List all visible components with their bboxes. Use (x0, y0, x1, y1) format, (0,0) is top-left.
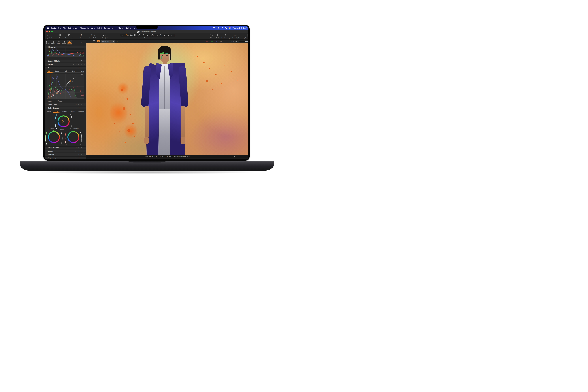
sidebar-scrollbar[interactable] (86, 60, 86, 146)
menu-window[interactable]: Window (118, 27, 124, 29)
single-view-icon[interactable] (93, 40, 95, 42)
shadow-selector[interactable] (53, 134, 55, 136)
loupe-tool[interactable]: ∨ (130, 34, 133, 36)
layer-selector[interactable]: Image Layer (101, 40, 115, 42)
panel-black-white[interactable]: › Black & White ↗ ↺ ≡ ⋯ (45, 146, 86, 149)
page-dot[interactable] (245, 156, 245, 157)
cb-tab-midtone[interactable]: Midtone (70, 110, 75, 112)
curve-graph[interactable] (47, 74, 84, 99)
panel-menu-icon[interactable]: ≡ (81, 104, 82, 105)
import-button[interactable]: Import (46, 34, 50, 38)
panel-menu-icon[interactable]: ≡ (81, 147, 82, 148)
page-dot[interactable] (243, 156, 243, 157)
expand-tabs-icon[interactable]: » (81, 42, 82, 44)
tab-library[interactable]: LIBRARY (45, 40, 50, 46)
page-dot[interactable] (237, 156, 237, 157)
radial-mask-tool[interactable]: ∨ (171, 34, 174, 36)
menu-layer[interactable]: Layer (91, 27, 95, 29)
menu-view[interactable]: View (112, 27, 116, 29)
midtone-wheel[interactable] (58, 116, 70, 128)
pan-tool[interactable]: ∨ (126, 34, 129, 36)
panel-expand-icon[interactable]: ↗ (78, 60, 79, 62)
tab-tether[interactable]: TETHER (50, 40, 56, 46)
tab-adjust[interactable]: ADJUST (67, 40, 72, 46)
panel-more-icon[interactable]: ⋯ (84, 67, 85, 68)
panel-more-icon[interactable]: ⋯ (84, 107, 85, 109)
curve-tab-rgb[interactable]: RGB (47, 70, 50, 72)
highlight-selector[interactable] (75, 136, 77, 138)
panel-reset-icon[interactable]: ↺ (78, 107, 80, 109)
auto-adjust-button[interactable]: Auto Adjust (100, 34, 108, 38)
panel-menu-icon[interactable]: ≡ (81, 67, 82, 68)
panel-menu-icon[interactable]: ≡ (81, 107, 82, 109)
panel-levels[interactable]: › Levels ⁄ ↗ ↺ ≡ ⋯ (45, 63, 86, 66)
panel-reset-icon[interactable]: ↺ (78, 147, 80, 148)
panel-reset-icon[interactable]: ↺ (81, 154, 82, 155)
panel-more-icon[interactable]: ⋯ (84, 154, 85, 155)
panel-clarity[interactable]: › Clarity ↗ ↺ ≡ ⋯ (45, 150, 86, 152)
pen-tool[interactable]: ∨ (167, 34, 170, 36)
exposure-warning-button[interactable]: Exp. Warning (220, 34, 230, 38)
menu-help[interactable]: Help (133, 27, 136, 29)
undo-redo-button[interactable]: ↶↷ Undo/Redo (88, 34, 98, 38)
menu-select[interactable]: Select (97, 27, 102, 29)
page-dot[interactable] (241, 156, 241, 157)
heal-tool[interactable]: ∨ (150, 34, 154, 36)
menu-image[interactable]: Image (73, 27, 78, 29)
panel-reset-icon[interactable]: ↺ (78, 157, 80, 159)
panel-expand-icon[interactable]: ↗ (76, 107, 77, 109)
grid-button[interactable]: Grid (216, 34, 218, 38)
panel-dehaze[interactable]: › Dehaze ↗ ↺ ⋯ (45, 153, 86, 156)
panel-reset-icon[interactable]: ↺ (78, 67, 80, 68)
panel-menu-icon[interactable]: ≡ (81, 64, 82, 65)
zoom-slider-thumb[interactable] (245, 40, 248, 42)
export-button[interactable]: Export (52, 34, 56, 38)
battery-icon[interactable] (212, 28, 216, 29)
before-button[interactable]: Before (210, 34, 214, 38)
menubar-clock[interactable]: Wed Apr 1 9:41 AM (232, 27, 247, 29)
list-icon[interactable]: ≣ (246, 156, 248, 158)
panel-menu-icon[interactable]: ≡ (81, 157, 82, 159)
share-online-button[interactable]: Share online (64, 34, 74, 38)
menu-edit[interactable]: Edit (68, 27, 71, 29)
straighten-tool[interactable]: ∨ (142, 34, 146, 36)
brush-tool[interactable]: ∨ (146, 34, 150, 36)
menu-camera[interactable]: Camera (104, 27, 110, 29)
curve-tab-luma[interactable]: Luma (55, 70, 59, 72)
copy-apply-button[interactable]: ↗↙∨ Copy/Apply (231, 34, 240, 38)
panel-color-editor[interactable]: › Color Editor ↗ ↺ ≡ ⋯ (45, 103, 86, 106)
panel-more-icon[interactable]: ⋯ (84, 46, 85, 48)
compare-icon[interactable] (233, 156, 234, 158)
tab-shape[interactable]: SHAPE (56, 40, 61, 46)
panel-curve[interactable]: ∨ Curve ↗ ↺ ≡ ⋯ (45, 66, 86, 69)
panel-reset-icon[interactable]: ↺ (78, 104, 80, 105)
menu-scripts[interactable]: Scripts (126, 27, 131, 29)
curve-tab-green[interactable]: Green (72, 70, 76, 72)
proof-view-icon[interactable] (97, 40, 100, 42)
curve-tab-blue[interactable]: Blue (81, 70, 84, 72)
my-capture-one-button[interactable]: My Capture One (242, 34, 248, 38)
zoom-slider[interactable] (238, 41, 248, 42)
curve-picker-icon[interactable] (83, 100, 85, 102)
cb-tab-shadow[interactable]: Shadow (62, 110, 67, 112)
panel-expand-icon[interactable]: ↗ (76, 64, 77, 65)
photo-canvas[interactable] (86, 43, 248, 155)
panel-layers-masks[interactable]: › Layers & Masks ↗ ↺ ⋯ (45, 60, 86, 62)
add-layer-button[interactable]: + (117, 40, 118, 42)
panel-expand-icon[interactable]: ↗ (76, 150, 77, 152)
crop-tool[interactable]: ∨ (134, 34, 137, 36)
thumbnails-view-icon[interactable] (89, 40, 90, 41)
apple-menu-icon[interactable] (47, 27, 49, 29)
select-tool[interactable]: ∨ (121, 34, 125, 36)
draw-mask-tool[interactable]: ∨ (159, 34, 162, 36)
panel-more-icon[interactable]: ⋯ (84, 147, 85, 148)
midtone-selector[interactable] (61, 120, 64, 123)
menu-adjustments[interactable]: Adjustments (80, 27, 89, 29)
panel-menu-icon[interactable]: ≡ (81, 150, 82, 152)
panel-expand-icon[interactable]: ↗ (78, 154, 79, 155)
cb-tab-3way[interactable]: 3-Way (54, 110, 58, 112)
panel-expand-icon[interactable]: ↗ (76, 67, 77, 68)
panel-reset-icon[interactable]: ↺ (81, 60, 82, 62)
panel-expand-icon[interactable]: ↗ (76, 147, 77, 148)
shadow-wheel[interactable] (48, 131, 60, 143)
